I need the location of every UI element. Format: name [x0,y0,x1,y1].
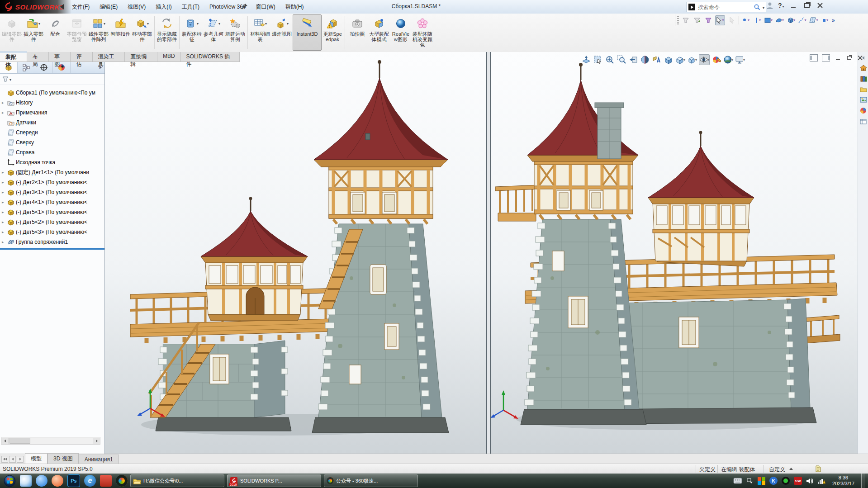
next-pane-icon[interactable] [822,54,830,62]
tree-item-right-plane[interactable]: Справа [0,147,104,157]
windows-update-tray-icon[interactable] [758,477,765,485]
viewport-left[interactable] [105,52,486,454]
expand-arrow-icon[interactable] [2,227,6,237]
tray-clock[interactable]: 8:36 2023/3/17 [830,475,857,487]
viewport-splitter[interactable] [486,52,491,454]
toolbar-grip[interactable] [677,16,679,24]
menu-window[interactable]: 窗口(W) [251,2,280,12]
browser-360-speed-icon[interactable] [116,475,128,487]
design-library-icon[interactable] [860,76,867,82]
doc-minimize-button[interactable] [834,55,841,61]
sketch-line-icon[interactable] [753,16,762,25]
taskbar-window-browser[interactable]: 公众号 - 360极速... [324,474,418,487]
start-button[interactable] [4,475,16,487]
previous-pane-icon[interactable] [810,54,818,62]
prev-tab-icon[interactable] [9,456,16,463]
first-tab-icon[interactable] [1,456,8,463]
expand-arrow-icon[interactable] [2,197,6,207]
tree-item-history[interactable]: History [0,98,104,108]
ie-icon[interactable] [84,475,96,487]
sogou-input-icon[interactable] [52,475,63,487]
custom-properties-icon[interactable] [860,118,867,125]
tree-item-origin[interactable]: Исходная точка [0,157,104,167]
toolbar-overflow-icon[interactable]: » [832,17,835,24]
viewport-right[interactable] [489,52,858,454]
menu-tools[interactable]: 工具(T) [177,2,204,12]
take-snapshot-button[interactable]: 拍快照 [346,14,368,51]
taskbar-window-solidworks[interactable]: 2019 SOLIDWORKS P... [227,474,321,487]
tree-root[interactable]: Сборка1 (По умолчанию<По ум [0,88,104,98]
tree-item-annotations[interactable]: Примечания [0,108,104,118]
filter-icon[interactable] [2,76,9,83]
expand-arrow-icon[interactable] [2,177,6,187]
kingsoft-tray-icon[interactable] [769,477,778,485]
tree-item-part4[interactable]: (-) Дет4<1> (По умолчанию< [0,197,104,207]
file-explorer-icon[interactable] [860,86,867,92]
annotations-visibility-icon[interactable] [652,55,662,65]
view-settings-icon[interactable] [735,55,745,65]
keyboard-tray-icon[interactable] [733,478,742,484]
tree-item-top-plane[interactable]: Сверху [0,137,104,147]
bom-button[interactable]: 材料明细表 [249,14,271,51]
show-hidden-icons-chevron[interactable] [746,478,754,484]
expand-arrow-icon[interactable] [2,108,6,118]
random-color-button[interactable]: 装配体随机改变颜色 [412,14,433,51]
tab-layout[interactable]: 布局 [27,52,49,62]
tree-item-part5-3[interactable]: (-) Дет5<3> (По умолчанию< [0,227,104,237]
tree-item-sensors[interactable]: Датчики [0,118,104,128]
normal-to-icon[interactable] [581,55,591,65]
tab-sketch[interactable]: 草图 [49,52,71,62]
box-select-icon[interactable] [593,55,603,65]
section-view-icon[interactable] [640,55,650,65]
pin-menu-icon[interactable] [242,3,248,11]
sketch-point-icon[interactable] [741,16,750,25]
tree-rollback-bar[interactable] [0,248,104,250]
tag-note-icon[interactable] [815,465,821,472]
minimize-button[interactable] [789,1,798,9]
tab-evaluate[interactable]: 评估 [71,52,92,62]
recorder-tray-icon[interactable] [782,477,790,485]
move-component-button[interactable]: 移动零部件 [131,14,153,51]
tab-model[interactable]: 模型 [25,453,47,464]
tab-render-tools[interactable]: 渲染工具 [93,52,125,62]
photoshop-icon[interactable] [67,474,80,487]
large-assembly-mode-button[interactable]: 大型装配体模式 [368,14,390,51]
show-desktop-button[interactable] [861,474,865,488]
volume-tray-icon[interactable] [806,478,813,484]
taskbar-window-explorer[interactable]: H:\微信公众号\0... [130,474,224,487]
next-tab-icon[interactable] [17,456,24,463]
red-app-icon[interactable] [100,475,112,487]
zoom-fit-icon[interactable] [605,55,615,65]
appearances-icon[interactable] [860,107,867,114]
expand-arrow-icon[interactable] [2,167,6,177]
mate-button[interactable]: 配合 [44,14,66,51]
hide-show-items-icon[interactable] [699,54,710,65]
menu-help[interactable]: 帮助(H) [280,2,309,12]
resources-home-icon[interactable] [860,65,867,71]
previous-view-icon[interactable] [628,55,638,65]
smart-fasteners-button[interactable]: 智能扣件 [109,14,131,51]
reference-geometry-button[interactable]: 参考几何体 [203,14,224,51]
command-search[interactable] [687,2,766,12]
scroll-left-icon[interactable] [1,438,9,444]
tree-item-front-plane[interactable]: Спереди [0,128,104,137]
menu-insert[interactable]: 插入(I) [151,2,176,12]
tab-3d-views[interactable]: 3D 视图 [47,453,79,464]
tree-item-mate-group[interactable]: Группа сопряжений1 [0,237,104,247]
filter-add-icon[interactable] [693,16,702,25]
assembly-features-button[interactable]: 装配体特征 [181,14,203,51]
realview-graphics-button[interactable]: RealView图形 [390,14,412,51]
scroll-right-icon[interactable] [93,438,100,444]
sketch-rectangle-icon[interactable] [764,16,773,25]
filter-toggle-icon[interactable] [704,16,713,25]
apply-scene-icon[interactable] [723,55,733,65]
tab-direct-editing[interactable]: 直接编辑 [125,52,157,62]
custom-status[interactable]: 自定义 [769,466,785,474]
search-dropdown-icon[interactable] [762,4,764,10]
reference-point-icon[interactable] [821,16,830,25]
search-icon[interactable] [754,4,760,10]
display-style-shadow-icon[interactable] [664,55,674,65]
filter-dropdown-icon[interactable] [9,76,11,82]
doc-restore-button[interactable] [845,55,853,61]
expand-arrow-icon[interactable] [2,217,6,227]
